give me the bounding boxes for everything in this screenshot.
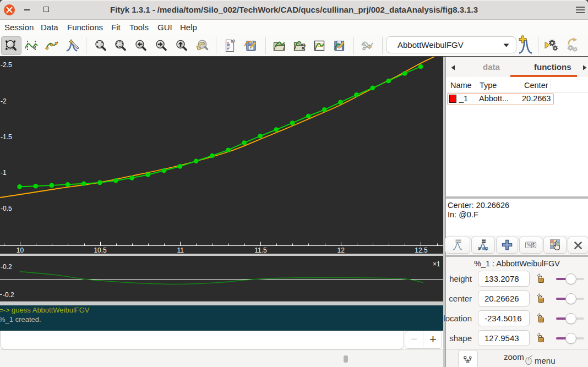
svg-text:12.5: 12.5 bbox=[415, 247, 428, 254]
svg-text:-1: -1 bbox=[1, 169, 7, 177]
svg-text:11: 11 bbox=[177, 247, 184, 254]
svg-text:-0.5: -0.5 bbox=[1, 205, 12, 212]
svg-text:10.5: 10.5 bbox=[94, 247, 107, 254]
svg-text:-1.5: -1.5 bbox=[1, 133, 12, 141]
svg-text:snap: snap bbox=[478, 245, 488, 251]
svg-text:12: 12 bbox=[337, 247, 345, 254]
svg-text:10: 10 bbox=[17, 247, 24, 254]
svg-text:11.5: 11.5 bbox=[254, 247, 267, 254]
svg-text:×1: ×1 bbox=[433, 260, 440, 268]
svg-text:-0.2: -0.2 bbox=[3, 291, 14, 299]
svg-text:-2: -2 bbox=[1, 97, 7, 105]
svg-text:-0.2: -0.2 bbox=[1, 263, 12, 271]
svg-text:-2.5: -2.5 bbox=[1, 61, 12, 69]
svg-text:%|$: %|$ bbox=[527, 242, 535, 248]
